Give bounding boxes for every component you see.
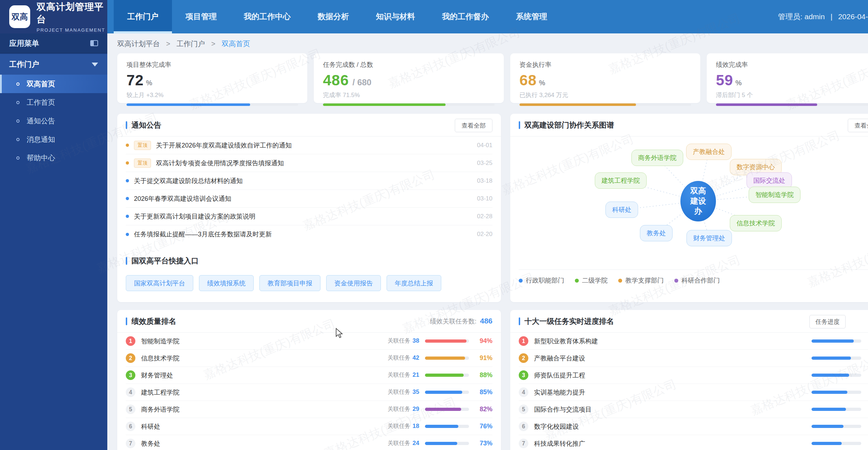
collapse-panel-icon[interactable] bbox=[90, 40, 98, 46]
view-all-graph-button[interactable]: 查看全部 bbox=[848, 119, 868, 132]
progress-fill bbox=[812, 442, 842, 445]
notice-item[interactable]: 置顶 双高计划专项资金使用情况季度报告填报通知 03-25 bbox=[126, 154, 492, 172]
progress-track bbox=[812, 425, 861, 428]
ranking-row: 6 科研处 关联任务18 76% bbox=[126, 418, 492, 435]
sidebar-header: 应用菜单 bbox=[0, 33, 107, 53]
breadcrumb-root[interactable]: 双高计划平台 bbox=[117, 40, 160, 48]
progress-fill bbox=[812, 391, 847, 394]
legend-research-coop: 科研合作部门 bbox=[674, 276, 720, 285]
notice-item[interactable]: 置顶 关于开展2026年度双高建设绩效自评工作的通知 04-01 bbox=[126, 136, 492, 154]
sidebar-item-notices[interactable]: 通知公告 bbox=[0, 112, 107, 130]
quick-links: 国家双高计划平台 绩效填报系统 教育部项目申报 资金使用报告 年度总结上报 bbox=[126, 275, 492, 291]
rank-badge: 6 bbox=[519, 422, 528, 431]
stat-card-project-completion: 项目整体完成率 72 % 较上月 +3.2% bbox=[117, 53, 307, 103]
stat-value: 486 bbox=[323, 72, 349, 89]
app-logo: 双高 bbox=[9, 5, 30, 28]
legend-admin-depts: 行政职能部门 bbox=[519, 276, 564, 285]
progress-track bbox=[812, 339, 861, 343]
progress-track bbox=[812, 357, 861, 360]
rank-badge: 3 bbox=[126, 370, 135, 380]
nav-item-analytics[interactable]: 数据分析 bbox=[304, 0, 362, 33]
notice-item[interactable]: 任务填报截止提醒——3月底任务数据请及时更新 02-20 bbox=[126, 225, 492, 243]
sidebar-item-help[interactable]: 帮助中心 bbox=[0, 149, 107, 167]
stat-value: 68 bbox=[519, 72, 537, 89]
graph-node-academic-affairs[interactable]: 教务处 bbox=[640, 225, 673, 241]
ranking-row: 2 信息技术学院 关联任务42 91% bbox=[126, 350, 492, 367]
legend-colleges: 二级学院 bbox=[575, 276, 608, 285]
nav-item-workcenter[interactable]: 我的工作中心 bbox=[230, 0, 304, 33]
quick-link-performance-filling[interactable]: 绩效填报系统 bbox=[199, 275, 254, 291]
quick-link-fund-report[interactable]: 资金使用报告 bbox=[326, 275, 381, 291]
progress-track bbox=[323, 103, 495, 106]
ranking-row: 5 商务外语学院 关联任务29 82% bbox=[126, 401, 492, 418]
notice-item[interactable]: 2026年春季双高建设培训会议通知 03-10 bbox=[126, 190, 492, 208]
rank-badge: 4 bbox=[126, 387, 135, 397]
view-all-notices-button[interactable]: 查看全部 bbox=[455, 119, 492, 132]
progress-track bbox=[519, 103, 691, 106]
progress-track bbox=[812, 374, 861, 377]
nav-item-knowledge[interactable]: 知识与材料 bbox=[362, 0, 428, 33]
legend-dot-icon bbox=[674, 279, 678, 283]
nav-item-projects[interactable]: 项目管理 bbox=[172, 0, 230, 33]
stat-card-fund-execution: 资金执行率 68 % 已执行 3,264 万元 bbox=[510, 53, 700, 103]
progress-track bbox=[425, 391, 469, 394]
sidebar-item-messages[interactable]: 消息通知 bbox=[0, 130, 107, 149]
progress-fill bbox=[425, 391, 462, 394]
quick-link-annual-summary[interactable]: 年度总结上报 bbox=[387, 275, 441, 291]
bullet-icon bbox=[16, 82, 20, 86]
progress-track bbox=[812, 408, 861, 411]
notices-title: 通知公告 bbox=[131, 120, 161, 130]
bullet-icon bbox=[16, 101, 20, 104]
ranking-row: 7 教务处 关联任务24 73% bbox=[126, 435, 492, 450]
graph-node-construction-college[interactable]: 建筑工程学院 bbox=[595, 172, 647, 189]
graph-node-research-office[interactable]: 科研处 bbox=[605, 202, 638, 218]
graph-node-smart-manufacturing-college[interactable]: 智能制造学院 bbox=[749, 187, 800, 203]
task-row: 3 师资队伍提升工程 bbox=[519, 367, 868, 384]
sidebar-group-portal[interactable]: 工作门户 bbox=[0, 54, 107, 75]
progress-fill bbox=[716, 103, 817, 106]
rank-badge: 3 bbox=[519, 370, 528, 380]
notice-dot-icon bbox=[126, 144, 129, 147]
primary-nav: 工作门户 项目管理 我的工作中心 数据分析 知识与材料 我的工作督办 系统管理 bbox=[114, 0, 561, 33]
bullet-icon bbox=[16, 156, 20, 160]
title-accent-bar bbox=[126, 121, 127, 129]
graph-node-finance-office[interactable]: 财务管理处 bbox=[686, 230, 732, 246]
nav-item-portal[interactable]: 工作门户 bbox=[114, 0, 172, 33]
user-info: 管理员: admin | 2026-04- bbox=[772, 0, 868, 33]
nav-item-supervision[interactable]: 我的工作督办 bbox=[428, 0, 502, 33]
bullet-icon bbox=[16, 138, 20, 141]
rank-badge: 1 bbox=[126, 336, 135, 346]
nav-item-system[interactable]: 系统管理 bbox=[502, 0, 561, 33]
graph-center-node[interactable]: 双高建设办 bbox=[680, 181, 716, 221]
graph-node-it-college[interactable]: 信息技术学院 bbox=[730, 215, 782, 231]
progress-fill bbox=[425, 442, 457, 445]
progress-track bbox=[425, 374, 469, 377]
sidebar-item-home[interactable]: 双高首页 bbox=[0, 75, 107, 93]
breadcrumb-section[interactable]: 工作门户 bbox=[177, 40, 205, 48]
progress-fill bbox=[126, 103, 250, 106]
progress-fill bbox=[812, 374, 849, 377]
graph-node-industry-education-office[interactable]: 产教融合处 bbox=[686, 144, 732, 160]
sidebar-item-workhome[interactable]: 工作首页 bbox=[0, 93, 107, 112]
task-row: 6 数字化校园建设 bbox=[519, 418, 868, 435]
notice-item[interactable]: 关于更新双高计划项目建设方案的政策说明 02-28 bbox=[126, 208, 492, 225]
progress-fill bbox=[812, 357, 851, 360]
graph-node-business-foreign-college[interactable]: 商务外语学院 bbox=[631, 150, 683, 166]
performance-ranking-panel: 绩效质量排名 绩效关联任务数:486 1 智能制造学院 关联任务38 94% 2… bbox=[117, 310, 501, 450]
progress-track bbox=[425, 408, 469, 411]
task-progress-panel: 十大一级任务实时进度排名 任务进度 资金执行 1 新型职业教育体系构建 2 产教… bbox=[510, 310, 868, 450]
notice-item[interactable]: 关于提交双高建设阶段总结材料的通知 03-18 bbox=[126, 172, 492, 190]
breadcrumb-current: 双高首页 bbox=[222, 40, 250, 48]
divider: | bbox=[830, 12, 832, 21]
task-row: 2 产教融合平台建设 bbox=[519, 350, 868, 367]
progress-fill bbox=[812, 425, 843, 428]
quick-link-moe-declaration[interactable]: 教育部项目申报 bbox=[259, 275, 320, 291]
quick-link-national-platform[interactable]: 国家双高计划平台 bbox=[126, 275, 193, 291]
rank-badge: 1 bbox=[519, 336, 528, 346]
progress-track bbox=[425, 425, 469, 428]
tab-task-progress[interactable]: 任务进度 bbox=[809, 315, 846, 328]
progress-fill bbox=[323, 103, 446, 106]
notice-dot-icon bbox=[126, 233, 129, 236]
rank-badge: 7 bbox=[126, 439, 135, 448]
legend-dot-icon bbox=[519, 279, 523, 283]
